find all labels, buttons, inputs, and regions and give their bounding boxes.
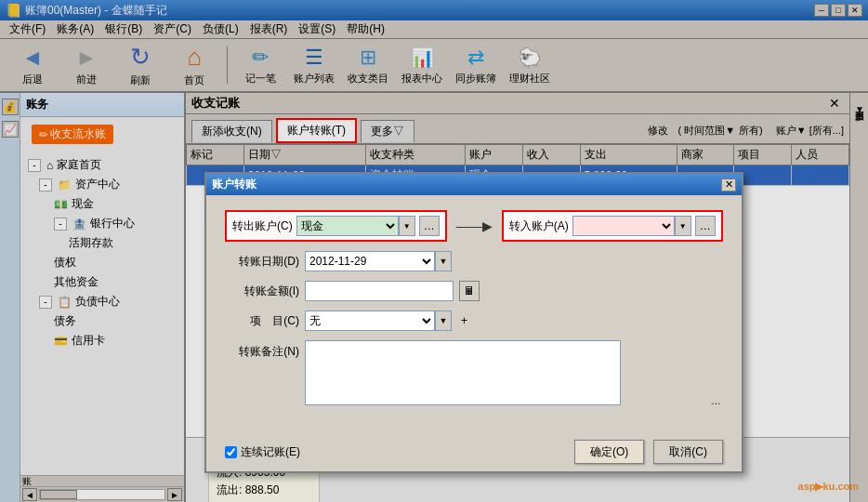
transfer-arrow: ——▶ xyxy=(456,218,493,233)
confirm-button[interactable]: 确定(O) xyxy=(574,440,644,464)
from-account-select[interactable]: 现金 xyxy=(296,216,399,236)
to-account-label: 转入账户(A) xyxy=(509,218,569,234)
add-category-btn[interactable]: + xyxy=(461,314,467,327)
date-row: 转账日期(D) 2012-11-29 ▼ xyxy=(225,251,723,271)
date-label: 转账日期(D) xyxy=(225,254,299,270)
notes-container: … xyxy=(305,340,723,408)
to-account-browse-btn[interactable]: … xyxy=(695,216,716,236)
to-account-dropdown-btn[interactable]: ▼ xyxy=(675,216,691,236)
modal-close-button[interactable]: ✕ xyxy=(721,178,736,192)
continuous-record-text: 连续记账(E) xyxy=(241,444,300,460)
transfer-dialog: 账户转账 ✕ 转出账户(C) 现金 ▼ … xyxy=(204,172,743,473)
to-account-select[interactable] xyxy=(572,216,675,236)
category-combo: 无 ▼ xyxy=(305,310,452,331)
date-dropdown-btn[interactable]: ▼ xyxy=(435,251,452,271)
modal-body: 转出账户(C) 现金 ▼ … ——▶ 转入账户(A) xyxy=(206,195,742,432)
cancel-button[interactable]: 取消(C) xyxy=(653,440,723,464)
category-label: 项 目(C) xyxy=(225,313,299,329)
modal-footer: 连续记账(E) 确定(O) 取消(C) xyxy=(206,432,742,471)
modal-title-bar: 账户转账 ✕ xyxy=(206,174,742,195)
from-account-label: 转出账户(C) xyxy=(232,218,293,234)
notes-textarea[interactable] xyxy=(305,340,621,405)
to-account-section: 转入账户(A) ▼ … xyxy=(502,210,723,242)
modal-title: 账户转账 xyxy=(212,177,256,192)
from-account-browse-btn[interactable]: … xyxy=(419,216,440,236)
amount-input[interactable] xyxy=(305,281,454,301)
amount-row: 转账金额(I) 🖩 xyxy=(225,281,723,301)
to-account-combo: ▼ xyxy=(572,216,691,236)
category-dropdown-btn[interactable]: ▼ xyxy=(435,310,452,331)
category-select[interactable]: 无 xyxy=(305,310,435,331)
from-account-combo: 现金 ▼ xyxy=(296,216,415,236)
category-row: 项 目(C) 无 ▼ + xyxy=(225,310,723,331)
amount-label: 转账金额(I) xyxy=(225,284,299,299)
arrow-icon: ——▶ xyxy=(456,218,493,233)
continuous-record-checkbox[interactable] xyxy=(225,446,237,458)
notes-label: 转账备注(N) xyxy=(225,344,299,360)
date-combo: 2012-11-29 ▼ xyxy=(305,251,452,271)
transfer-accounts-row: 转出账户(C) 现金 ▼ … ——▶ 转入账户(A) xyxy=(225,210,723,242)
date-select[interactable]: 2012-11-29 xyxy=(305,251,435,271)
continuous-record-label[interactable]: 连续记账(E) xyxy=(225,444,565,460)
notes-row: 转账备注(N) … xyxy=(225,340,723,408)
from-account-section: 转出账户(C) 现金 ▼ … xyxy=(225,210,447,242)
calculator-btn[interactable]: 🖩 xyxy=(459,281,480,301)
from-account-dropdown-btn[interactable]: ▼ xyxy=(399,216,415,236)
modal-overlay: 账户转账 ✕ 转出账户(C) 现金 ▼ … xyxy=(0,0,868,502)
calc-icon: 🖩 xyxy=(464,284,475,297)
notes-more-btn[interactable]: … xyxy=(711,395,721,406)
